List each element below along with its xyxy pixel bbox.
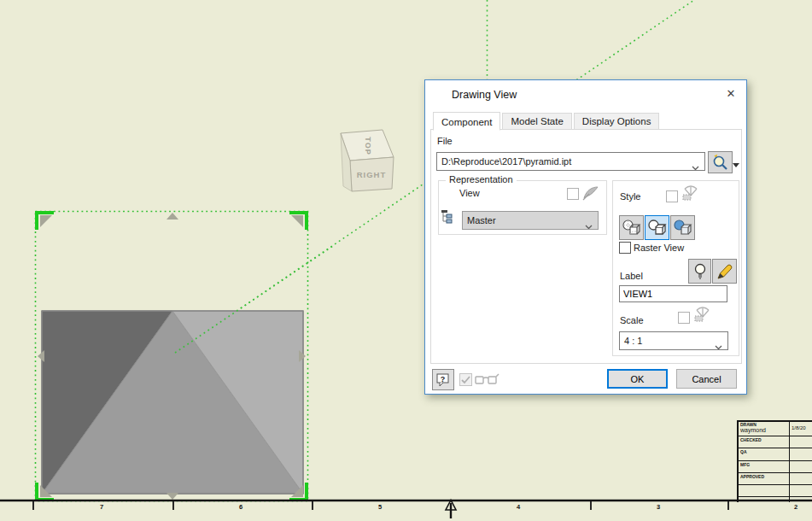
style-association-icon xyxy=(681,184,700,203)
preview-glasses-icon xyxy=(475,373,500,388)
sheet-border-ruler xyxy=(0,501,812,519)
browse-file-button[interactable] xyxy=(708,151,733,173)
style-label: Style xyxy=(620,191,640,202)
file-options-dropdown-button[interactable] xyxy=(733,159,739,169)
pyramid-view-preview[interactable] xyxy=(42,311,303,494)
raster-view-label: Raster View xyxy=(634,243,684,253)
scale-value: 4 : 1 xyxy=(624,336,642,346)
tab-display-options[interactable]: Display Options xyxy=(574,113,660,130)
representation-group-title: Representation xyxy=(446,174,517,184)
style-shaded-button[interactable] xyxy=(670,215,695,240)
titleblock-qa-label: QA xyxy=(740,449,747,454)
label-edit-button[interactable] xyxy=(712,259,737,284)
quill-icon xyxy=(582,185,599,202)
lightbulb-icon xyxy=(693,262,707,280)
tree-hierarchy-icon xyxy=(441,209,455,225)
title-block-divider xyxy=(789,422,790,502)
tab-model-state[interactable]: Model State xyxy=(502,113,571,130)
title-block: DRAWN waymond 1/8/20 CHECKED QA MFG APPR… xyxy=(737,420,812,502)
view-cube-front-label[interactable]: RIGHT xyxy=(357,170,387,179)
representation-group: Representation View Master xyxy=(438,180,607,235)
drawing-view-dialog: Drawing View ✕ Component Model State Dis… xyxy=(424,79,747,395)
cancel-button[interactable]: Cancel xyxy=(676,369,737,389)
tab-component[interactable]: Component xyxy=(433,112,500,131)
scale-association-icon xyxy=(693,306,712,325)
titleblock-approved-label: APPROVED xyxy=(740,474,764,479)
pencil-icon xyxy=(716,262,734,281)
view-representation-select[interactable]: Master xyxy=(462,211,599,230)
titleblock-checked-label: CHECKED xyxy=(740,437,762,442)
view-representation-checkbox[interactable] xyxy=(567,188,579,200)
close-icon[interactable]: ✕ xyxy=(723,86,739,102)
help-icon: ? xyxy=(435,372,451,388)
style-hidden-line-button[interactable] xyxy=(619,215,644,240)
scale-select[interactable]: 4 : 1 xyxy=(619,331,728,350)
dialog-title: Drawing View xyxy=(452,89,517,101)
dialog-tabs: Component Model State Display Options xyxy=(433,112,661,130)
hidden-line-icon xyxy=(622,218,641,237)
dropdown-arrow-icon xyxy=(733,163,739,167)
file-label: File xyxy=(437,136,453,146)
chevron-down-icon[interactable] xyxy=(715,338,722,350)
label-label: Label xyxy=(620,271,643,281)
file-search-icon xyxy=(712,154,729,171)
shaded-icon xyxy=(673,218,692,237)
dialog-titlebar[interactable]: Drawing View ✕ xyxy=(425,80,746,109)
chevron-down-icon[interactable] xyxy=(692,159,699,171)
hidden-line-removed-icon xyxy=(647,218,667,237)
view-label-input[interactable] xyxy=(619,285,727,302)
zone-arrow-marker xyxy=(446,501,456,519)
svg-text:?: ? xyxy=(441,374,446,383)
help-button[interactable]: ? xyxy=(432,369,454,390)
style-link-checkbox[interactable] xyxy=(666,190,678,202)
label-visibility-button[interactable] xyxy=(688,259,711,284)
inventor-drawing-canvas: { "window": { "title": "Drawing View", "… xyxy=(0,0,812,521)
scale-link-checkbox[interactable] xyxy=(678,312,690,324)
style-group: Style xyxy=(612,180,739,356)
file-path-value: D:\Reproduce\2017\pyramid.ipt xyxy=(441,156,571,167)
apply-check-icon xyxy=(459,373,472,388)
ok-button[interactable]: OK xyxy=(607,369,668,389)
style-hidden-line-removed-button[interactable] xyxy=(645,215,669,240)
view-cube[interactable]: TOP RIGHT xyxy=(341,130,394,191)
titleblock-drawn-date: 1/8/20 xyxy=(792,425,806,430)
titleblock-mfg-label: MFG xyxy=(740,462,750,467)
chevron-down-icon[interactable] xyxy=(585,218,593,230)
file-combobox[interactable]: D:\Reproduce\2017\pyramid.ipt xyxy=(436,152,705,171)
view-representation-value: Master xyxy=(467,215,496,225)
view-cube-top-label[interactable]: TOP xyxy=(364,137,372,155)
raster-view-checkbox[interactable] xyxy=(619,242,631,254)
titleblock-drawn-name: waymond xyxy=(740,427,766,433)
scale-label: Scale xyxy=(620,315,644,325)
view-label: View xyxy=(459,188,480,198)
